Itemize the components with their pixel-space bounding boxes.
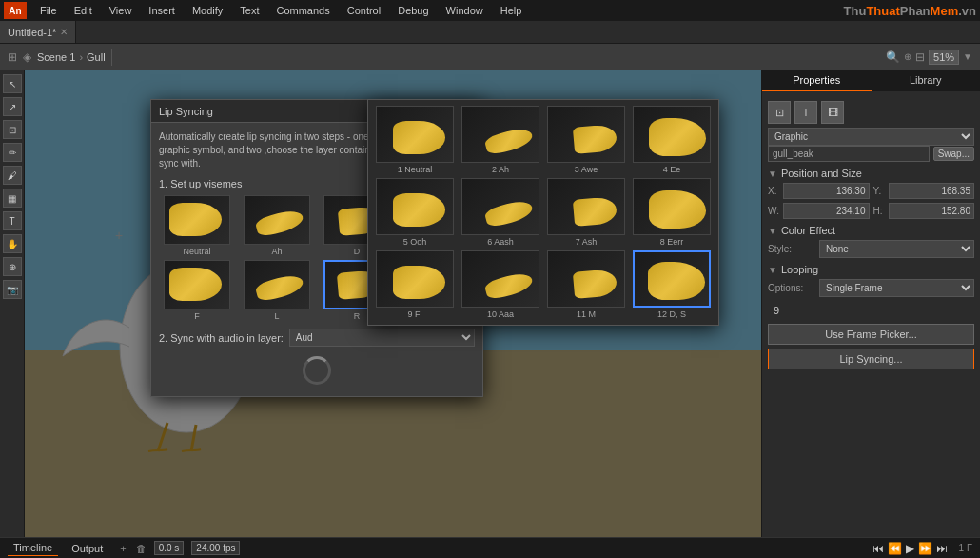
ext-thumb-4[interactable]: [633, 106, 711, 163]
timeline-controls: ⏮ ⏪ ▶ ⏩ ⏭: [872, 542, 948, 555]
ext-viseme-1[interactable]: 1 Neutral: [374, 106, 456, 174]
lip-syncing-button[interactable]: Lip Syncing...: [768, 349, 974, 369]
play-button[interactable]: ▶: [906, 542, 914, 555]
swap-button[interactable]: Swap...: [933, 147, 974, 161]
x-value[interactable]: 136.30: [783, 183, 870, 199]
viseme-ah[interactable]: Ah: [239, 195, 315, 256]
use-frame-picker-button[interactable]: Use Frame Picker...: [768, 324, 974, 345]
ext-thumb-9[interactable]: [376, 250, 454, 308]
ext-viseme-8[interactable]: 8 Eerr: [631, 178, 713, 247]
ext-viseme-11[interactable]: 11 M: [545, 250, 627, 319]
ext-thumb-6[interactable]: [461, 178, 539, 235]
ext-thumb-2[interactable]: [461, 106, 539, 163]
ext-viseme-5[interactable]: 5 Ooh: [374, 178, 456, 247]
w-value[interactable]: 234.10: [783, 203, 870, 219]
ext-thumb-10[interactable]: [461, 250, 539, 308]
menu-debug[interactable]: Debug: [390, 3, 436, 18]
tab-properties[interactable]: Properties: [762, 70, 872, 91]
sync-layer-select[interactable]: Aud: [289, 329, 475, 347]
viseme-f-label: F: [194, 311, 200, 321]
h-value[interactable]: 152.80: [889, 203, 975, 219]
ext-thumb-11[interactable]: [547, 250, 625, 308]
zoom-dropdown[interactable]: ▼: [963, 51, 972, 62]
x-label: X:: [768, 186, 781, 196]
ext-viseme-12[interactable]: 12 D, S: [631, 250, 713, 319]
ext-viseme-2[interactable]: 2 Ah: [460, 106, 541, 174]
zoom-tool[interactable]: ⊕: [3, 257, 22, 276]
menu-commands[interactable]: Commands: [268, 3, 337, 18]
subselect-tool[interactable]: ↗: [3, 97, 22, 116]
ext-thumb-5[interactable]: [376, 178, 454, 235]
ext-viseme-9[interactable]: 9 Fi: [374, 250, 456, 319]
ext-thumb-12[interactable]: [633, 250, 711, 308]
ext-viseme-10[interactable]: 10 Aaa: [460, 250, 541, 319]
timeline-tab[interactable]: Timeline: [8, 540, 58, 556]
menu-text[interactable]: Text: [232, 3, 266, 18]
app-logo: An: [4, 2, 27, 19]
text-tool[interactable]: T: [3, 211, 22, 230]
viseme-neutral-label: Neutral: [183, 247, 210, 256]
step-forward-button[interactable]: ⏩: [918, 542, 932, 555]
menu-insert[interactable]: Insert: [141, 3, 183, 18]
menu-control[interactable]: Control: [340, 3, 388, 18]
ext-viseme-4[interactable]: 4 Ee: [631, 106, 713, 174]
panel-icon-camera[interactable]: 🎞: [821, 101, 844, 124]
menu-modify[interactable]: Modify: [185, 3, 230, 18]
options-select[interactable]: Single Frame: [819, 279, 974, 297]
select-tool[interactable]: ↖: [3, 74, 22, 93]
character-label[interactable]: Gull: [87, 51, 106, 63]
output-tab[interactable]: Output: [66, 541, 108, 556]
viseme-neutral[interactable]: Neutral: [159, 195, 235, 256]
style-select[interactable]: None: [819, 240, 974, 258]
viseme-l-thumb[interactable]: [244, 260, 310, 309]
ext-thumb-1[interactable]: [376, 106, 454, 163]
document-tab[interactable]: Untitled-1* ✕: [0, 21, 76, 43]
position-size-header[interactable]: ▼ Position and Size: [768, 168, 974, 179]
ext-viseme-6[interactable]: 6 Aash: [460, 178, 541, 247]
menu-edit[interactable]: Edit: [67, 3, 100, 18]
zoom-value[interactable]: 51%: [929, 50, 959, 65]
toolbar-separator: [111, 49, 112, 66]
menu-help[interactable]: Help: [493, 3, 530, 18]
tab-title: Untitled-1*: [8, 27, 56, 38]
viseme-f-thumb[interactable]: [164, 260, 230, 309]
ext-viseme-3[interactable]: 3 Awe: [545, 106, 627, 174]
color-effect-header[interactable]: ▼ Color Effect: [768, 225, 974, 236]
menu-window[interactable]: Window: [439, 3, 491, 18]
looping-header[interactable]: ▼ Looping: [768, 264, 974, 275]
add-layer-icon[interactable]: +: [120, 543, 126, 554]
viseme-neutral-thumb[interactable]: [164, 195, 230, 245]
step-back-button[interactable]: ⏪: [888, 542, 902, 555]
viseme-f[interactable]: F: [159, 260, 235, 321]
fill-tool[interactable]: ▦: [3, 189, 22, 208]
ext-thumb-8[interactable]: [633, 178, 711, 235]
viseme-ah-thumb[interactable]: [244, 195, 310, 245]
brush-tool[interactable]: 🖌: [3, 166, 22, 185]
ext-viseme-7[interactable]: 7 Ash: [545, 178, 627, 247]
ext-label-4: 4 Ee: [663, 165, 681, 174]
main-area: ↖ ↗ ⊡ ✏ 🖌 ▦ T ✋ ⊕ 📷: [0, 70, 980, 537]
menu-view[interactable]: View: [102, 3, 140, 18]
graphic-type-select[interactable]: Graphic: [768, 128, 974, 146]
edit-symbols-icon: ⊞: [8, 50, 17, 64]
go-to-end-button[interactable]: ⏭: [936, 542, 948, 555]
hand-tool[interactable]: ✋: [3, 234, 22, 253]
y-value[interactable]: 168.35: [889, 183, 975, 199]
tab-library[interactable]: Library: [872, 70, 981, 91]
instance-row: gull_beak Swap...: [768, 146, 974, 162]
scene-label[interactable]: Scene 1: [37, 51, 75, 63]
pencil-tool[interactable]: ✏: [3, 143, 22, 162]
ext-thumb-3[interactable]: [547, 106, 625, 163]
go-to-start-button[interactable]: ⏮: [872, 542, 884, 555]
viseme-l[interactable]: L: [239, 260, 315, 321]
camera-tool[interactable]: 📷: [3, 280, 22, 299]
menu-file[interactable]: File: [32, 3, 65, 18]
w-label: W:: [768, 206, 781, 216]
tab-close-icon[interactable]: ✕: [60, 27, 68, 37]
ext-thumb-7[interactable]: [547, 178, 625, 235]
transform-tool[interactable]: ⊡: [3, 120, 22, 139]
panel-icon-graphic[interactable]: ⊡: [768, 101, 791, 124]
delete-layer-icon[interactable]: 🗑: [136, 543, 147, 554]
ext-label-12: 12 D, S: [657, 309, 686, 319]
panel-icon-info[interactable]: i: [794, 101, 817, 124]
